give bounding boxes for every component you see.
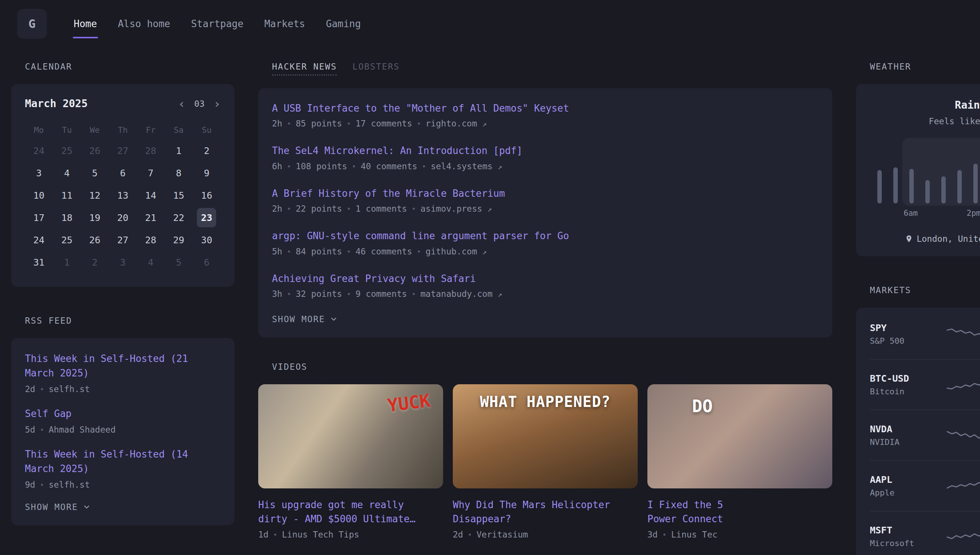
meta-separator: • (346, 289, 351, 298)
feed-tab-hacker-news[interactable]: HACKER NEWS (272, 62, 337, 75)
item-meta: 2d•Veritasium (453, 530, 638, 539)
show-more-label: SHOW MORE (272, 314, 325, 324)
calendar-day-number: 20 (113, 208, 132, 227)
market-row-spy[interactable]: SPYS&P 500-0.27%$563.98 (870, 309, 980, 359)
nav-tab-home[interactable]: Home (73, 9, 98, 38)
market-row-msft[interactable]: MSFTMicrosoft+1.14%$391.26 (870, 511, 980, 555)
news-source-link[interactable]: righto.com ↗ (426, 119, 487, 128)
market-row-nvda[interactable]: NVDANVIDIA-0.70%$117.70 (870, 409, 980, 460)
weather-times: 6am2pm10pm (870, 209, 980, 218)
nav-tab-also-home[interactable]: Also home (117, 9, 171, 38)
news-source-link[interactable]: matanabudy.com ↗ (420, 289, 502, 299)
calendar-day-number: 2 (197, 141, 216, 160)
calendar-day-number: 17 (29, 208, 49, 227)
calendar-day-number: 26 (85, 230, 104, 250)
weather-time-slot (887, 209, 903, 218)
rss-title-link[interactable]: This Week in Self-Hosted (21 March 2025) (25, 351, 221, 380)
calendar-controls: ‹ 03 › (178, 98, 221, 110)
meta-part: Veritasium (476, 530, 528, 539)
meta-separator: • (417, 119, 421, 128)
video-title-link[interactable]: His upgrade got me really dirty - AMD $5… (258, 498, 443, 526)
news-title-link[interactable]: A Brief History of the Miracle Bacterium (272, 187, 818, 200)
market-labels: MSFTMicrosoft (870, 525, 946, 548)
news-item: argp: GNU-style command line argument pa… (272, 229, 818, 256)
calendar-day: 5 (81, 162, 109, 184)
calendar-day: 26 (81, 140, 109, 162)
nav-tab-markets[interactable]: Markets (263, 9, 306, 38)
meta-part: 85 points (296, 119, 342, 128)
nav-tab-startpage[interactable]: Startpage (191, 9, 244, 38)
top-nav: G HomeAlso homeStartpageMarketsGaming (0, 0, 980, 38)
news-title-link[interactable]: A USB Interface to the "Mother of All De… (272, 101, 818, 115)
rss-title-link[interactable]: Self Gap (25, 407, 221, 421)
meta-part: 32 points (296, 289, 342, 299)
market-row-btc-usd[interactable]: BTC-USDBitcoin+1.39%$84,999.29 (870, 359, 980, 409)
rss-list: This Week in Self-Hosted (21 March 2025)… (25, 351, 221, 489)
nav-tab-gaming[interactable]: Gaming (325, 9, 362, 38)
news-title-link[interactable]: Achieving Great Privacy with Safari (272, 272, 818, 285)
calendar-day-number: 30 (197, 230, 216, 250)
weather-bar-slot (919, 140, 935, 204)
chevron-right-icon[interactable]: › (213, 98, 221, 110)
meta-part: 5h (272, 247, 282, 256)
market-row-aapl[interactable]: AAPLApple+1.95%$218.27 (870, 460, 980, 511)
calendar-day-number: 4 (141, 253, 160, 272)
right-column: WEATHER Rain Feels like 11°C 12° 6am2pm1… (856, 62, 980, 555)
video-title-link[interactable]: Why Did The Mars Helicopter Disappear? (453, 498, 638, 526)
meta-part: Linus Tec (671, 530, 718, 539)
weather-condition: Rain (870, 99, 980, 111)
meta-separator: • (287, 289, 291, 298)
market-ticker: AAPL (870, 474, 946, 485)
videos-row: YUCKHis upgrade got me really dirty - AM… (258, 384, 832, 539)
calendar-day-number: 28 (141, 141, 160, 160)
left-column: CALENDAR March 2025 ‹ 03 › MoTuWeThFrSaS… (11, 62, 234, 555)
news-title-link[interactable]: The SeL4 Microkernel: An Introduction [p… (272, 144, 818, 157)
meta-part: 1 comments (355, 204, 407, 213)
dashboard-page: G HomeAlso homeStartpageMarketsGaming CA… (0, 0, 980, 555)
video-thumbnail[interactable]: YUCK (258, 384, 443, 488)
feed-tab-lobsters[interactable]: LOBSTERS (352, 62, 399, 75)
news-source-link[interactable]: github.com ↗ (426, 247, 487, 256)
app-logo[interactable]: G (17, 9, 47, 38)
calendar-grid: MoTuWeThFrSaSu24252627281234567891011121… (25, 120, 221, 273)
external-link-icon: ↗ (498, 162, 502, 171)
market-labels: AAPLApple (870, 474, 946, 497)
meta-part: 2h (272, 119, 282, 128)
video-title-link[interactable]: I Fixed the 5 Power Connect (647, 498, 832, 526)
meta-separator: • (468, 530, 472, 539)
calendar-day: 30 (193, 229, 221, 251)
weather-bar-slot (903, 140, 919, 204)
video-thumbnail[interactable]: DO (647, 384, 832, 488)
video-thumbnail[interactable]: WHAT HAPPENED? (453, 384, 638, 488)
market-sparkline (946, 324, 980, 345)
videos-widget: VIDEOS YUCKHis upgrade got me really dir… (258, 362, 832, 539)
news-source-link[interactable]: asimov.press ↗ (420, 204, 492, 213)
calendar-weekday: Sa (165, 120, 193, 140)
calendar-day-number: 19 (85, 208, 104, 227)
news-title-link[interactable]: argp: GNU-style command line argument pa… (272, 229, 818, 242)
calendar-day: 7 (137, 162, 165, 184)
calendar-day: 2 (193, 140, 221, 162)
news-item: Achieving Great Privacy with Safari3h•32… (272, 272, 818, 299)
meta-separator: • (287, 119, 291, 128)
news-show-more-button[interactable]: SHOW MORE (272, 314, 338, 324)
section-title-weather: WEATHER (870, 62, 980, 71)
calendar-day: 10 (25, 184, 53, 207)
weather-feels-like: Feels like 11°C (870, 116, 980, 126)
calendar-day: 17 (25, 207, 53, 229)
calendar-day: 24 (25, 229, 53, 251)
chevron-left-icon[interactable]: ‹ (178, 98, 185, 110)
market-sparkline (946, 526, 980, 547)
news-source-link[interactable]: sel4.systems ↗ (431, 162, 502, 171)
calendar-day-number: 3 (29, 163, 49, 183)
news-item: A USB Interface to the "Mother of All De… (272, 101, 818, 128)
calendar-day: 15 (165, 184, 193, 207)
item-meta: 3h•32 points•9 comments•matanabudy.com ↗ (272, 289, 818, 299)
markets-card: SPYS&P 500-0.27%$563.98BTC-USDBitcoin+1.… (856, 308, 980, 555)
rss-title-link[interactable]: This Week in Self-Hosted (14 March 2025) (25, 447, 221, 476)
rss-show-more-button[interactable]: SHOW MORE (25, 502, 91, 512)
rss-widget: RSS FEED This Week in Self-Hosted (21 Ma… (11, 316, 234, 525)
calendar-day: 23 (193, 207, 221, 229)
calendar-day-number: 26 (85, 141, 104, 160)
calendar-day: 21 (137, 207, 165, 229)
